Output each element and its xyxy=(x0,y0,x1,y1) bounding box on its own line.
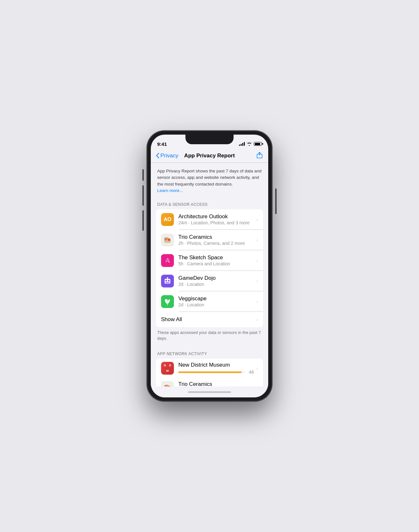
app-icon-trio xyxy=(161,234,174,246)
item-text: Veggiscape 2d · Location xyxy=(178,295,254,307)
svg-point-12 xyxy=(168,280,170,281)
home-indicator xyxy=(188,391,231,393)
volume-down-button xyxy=(142,210,144,231)
network-item-name: Trio Ceramics xyxy=(178,381,254,387)
item-text: Trio Ceramics 2h · Photos, Camera, and 2… xyxy=(178,234,254,246)
data-sensor-list: AO Architecture Outlook 24m · Location, … xyxy=(156,209,263,327)
svg-rect-13 xyxy=(166,282,169,283)
network-item-content: Trio Ceramics 30 xyxy=(178,381,254,387)
list-item[interactable]: GameDev Dojo 2d · Location › xyxy=(156,271,263,291)
list-item[interactable]: AO Architecture Outlook 24m · Location, … xyxy=(156,209,263,230)
show-all-text: Show All xyxy=(161,316,182,323)
phone-frame: 9:41 Privacy xyxy=(147,131,272,401)
app-icon-veggi xyxy=(161,295,174,308)
item-sub: 2h · Photos, Camera, and 2 more xyxy=(178,241,254,246)
wifi-icon xyxy=(247,142,252,146)
item-name: GameDev Dojo xyxy=(178,275,254,281)
chevron-icon: › xyxy=(256,299,258,304)
show-all-item[interactable]: Show All › xyxy=(156,312,263,327)
bar-count: 46 xyxy=(247,370,254,375)
navigation-bar: Privacy App Privacy Report xyxy=(151,149,268,163)
list-item[interactable]: 𝔸 The Sketch Space 5h · Camera and Locat… xyxy=(156,250,263,271)
app-icon-ao: AO xyxy=(161,213,174,226)
chevron-icon: › xyxy=(256,317,258,322)
chevron-icon: › xyxy=(256,217,258,222)
svg-point-11 xyxy=(166,280,167,281)
chevron-icon: › xyxy=(256,258,258,263)
network-list: N D M New District Museum 46 › xyxy=(156,359,263,387)
list-item[interactable]: Veggiscape 2d · Location › xyxy=(156,291,263,312)
app-icon-trio-network xyxy=(161,381,174,387)
svg-point-6 xyxy=(167,237,169,239)
item-text: The Sketch Space 5h · Camera and Locatio… xyxy=(178,254,254,266)
item-text: GameDev Dojo 2d · Location xyxy=(178,275,254,287)
status-time: 9:41 xyxy=(157,141,167,147)
network-item-ndm[interactable]: N D M New District Museum 46 › xyxy=(156,359,263,378)
volume-silent-button xyxy=(142,169,144,181)
item-name: The Sketch Space xyxy=(178,254,254,261)
description-text: App Privacy Report shows the past 7 days… xyxy=(157,169,261,187)
signal-icon xyxy=(239,142,245,146)
chevron-icon: › xyxy=(256,366,258,371)
network-header: APP NETWORK ACTIVITY xyxy=(151,346,268,359)
power-button xyxy=(275,188,277,214)
bar-fill xyxy=(178,371,242,373)
item-name: Trio Ceramics xyxy=(178,234,254,240)
item-text: Architecture Outlook 24m · Location, Pho… xyxy=(178,213,254,225)
page-title: App Privacy Report xyxy=(184,153,235,159)
bar-row: 46 xyxy=(178,370,254,375)
data-sensor-header: DATA & SENSOR ACCESS xyxy=(151,197,268,209)
back-label: Privacy xyxy=(160,153,178,159)
main-content: App Privacy Report shows the past 7 days… xyxy=(151,163,268,387)
back-button[interactable]: Privacy xyxy=(156,153,178,159)
item-sub: 24m · Location, Photos, and 3 more xyxy=(178,220,254,225)
share-button[interactable] xyxy=(256,152,263,160)
item-sub: 5h · Camera and Location xyxy=(178,261,254,266)
list-item[interactable]: Trio Ceramics 2h · Photos, Camera, and 2… xyxy=(156,230,263,250)
item-name: Architecture Outlook xyxy=(178,213,254,220)
chevron-icon: › xyxy=(256,237,258,243)
chevron-icon: › xyxy=(256,385,258,387)
description-section: App Privacy Report shows the past 7 days… xyxy=(151,163,268,197)
app-icon-sketch: 𝔸 xyxy=(161,254,174,267)
app-icon-ndm: N D M xyxy=(161,362,174,375)
network-item-content: New District Museum 46 xyxy=(178,362,254,375)
svg-text:𝔸: 𝔸 xyxy=(166,257,170,264)
learn-more-link[interactable]: Learn more... xyxy=(157,188,183,193)
network-item-trio[interactable]: Trio Ceramics 30 › xyxy=(156,378,263,387)
notch xyxy=(185,135,234,144)
item-sub: 2d · Location xyxy=(178,302,254,307)
item-sub: 2d · Location xyxy=(178,282,254,287)
bar-track xyxy=(178,371,245,373)
item-name: Veggiscape xyxy=(178,295,254,302)
volume-up-button xyxy=(142,185,144,206)
phone-screen: 9:41 Privacy xyxy=(151,135,268,397)
chevron-icon: › xyxy=(256,278,258,284)
app-icon-gamedev xyxy=(161,275,174,287)
svg-point-15 xyxy=(167,277,168,278)
battery-icon xyxy=(254,142,262,146)
network-item-name: New District Museum xyxy=(178,362,254,368)
home-indicator-area xyxy=(151,387,268,397)
status-icons xyxy=(239,142,262,146)
sensor-footer-text: These apps accessed your data or sensors… xyxy=(151,327,268,346)
